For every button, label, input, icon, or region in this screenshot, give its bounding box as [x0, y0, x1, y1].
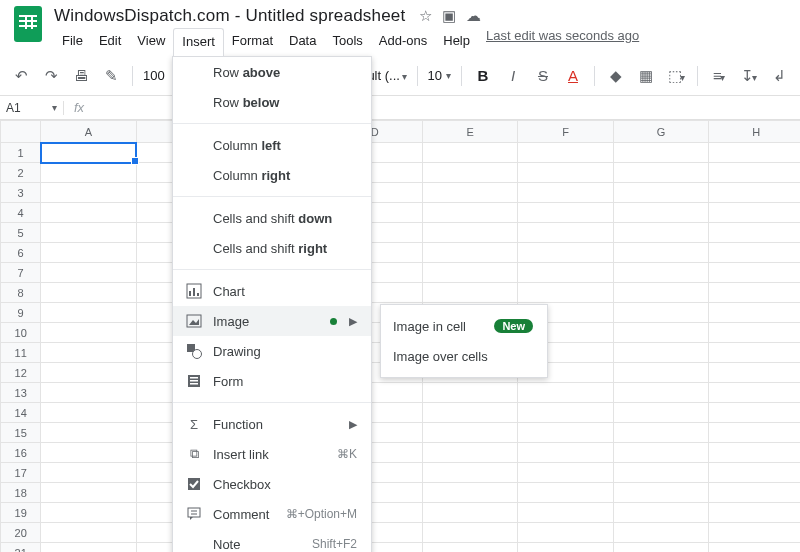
cell[interactable]	[613, 403, 708, 423]
cell[interactable]	[709, 263, 800, 283]
cell[interactable]	[41, 383, 136, 403]
cell[interactable]	[518, 523, 613, 543]
cell[interactable]	[709, 223, 800, 243]
menu-item-note[interactable]: NoteShift+F2	[173, 529, 371, 552]
cell[interactable]	[518, 143, 613, 163]
cell[interactable]	[41, 183, 136, 203]
row-header[interactable]: 3	[1, 183, 41, 203]
cell[interactable]	[709, 323, 800, 343]
cell[interactable]	[709, 203, 800, 223]
cell[interactable]	[41, 243, 136, 263]
cell[interactable]	[41, 143, 136, 163]
cell[interactable]	[709, 463, 800, 483]
bold-icon[interactable]: B	[472, 67, 494, 84]
menu-item-comment[interactable]: Comment⌘+Option+M	[173, 499, 371, 529]
text-color-icon[interactable]: A	[562, 67, 584, 84]
row-header[interactable]: 16	[1, 443, 41, 463]
row-header[interactable]: 4	[1, 203, 41, 223]
menu-view[interactable]: View	[129, 28, 173, 56]
merge-icon[interactable]: ⬚▾	[665, 67, 687, 85]
document-title[interactable]: WindowsDispatch.com - Untitled spreadshe…	[54, 6, 405, 26]
zoom-select[interactable]: 100	[143, 68, 165, 83]
cell[interactable]	[518, 203, 613, 223]
cell[interactable]	[709, 163, 800, 183]
cell[interactable]	[709, 343, 800, 363]
v-align-icon[interactable]: ↧▾	[738, 67, 760, 85]
cell[interactable]	[41, 263, 136, 283]
cell[interactable]	[613, 503, 708, 523]
cell[interactable]	[613, 543, 708, 553]
cell[interactable]	[613, 183, 708, 203]
cell[interactable]	[41, 303, 136, 323]
cell[interactable]	[613, 223, 708, 243]
cell[interactable]	[422, 423, 517, 443]
menu-format[interactable]: Format	[224, 28, 281, 56]
column-header[interactable]: F	[518, 121, 613, 143]
italic-icon[interactable]: I	[502, 67, 524, 84]
submenu-image-over-cells[interactable]: Image over cells	[381, 341, 547, 371]
menu-item-function[interactable]: ΣFunction▶	[173, 409, 371, 439]
menu-item-row-below[interactable]: Row below	[173, 87, 371, 117]
cell[interactable]	[422, 203, 517, 223]
cell[interactable]	[422, 523, 517, 543]
cell[interactable]	[613, 203, 708, 223]
cell[interactable]	[41, 403, 136, 423]
undo-icon[interactable]: ↶	[10, 67, 32, 85]
row-header[interactable]: 12	[1, 363, 41, 383]
row-header[interactable]: 15	[1, 423, 41, 443]
row-header[interactable]: 8	[1, 283, 41, 303]
menu-tools[interactable]: Tools	[324, 28, 370, 56]
borders-icon[interactable]: ▦	[635, 67, 657, 85]
cell[interactable]	[422, 283, 517, 303]
cell[interactable]	[422, 383, 517, 403]
cell[interactable]	[709, 503, 800, 523]
cell[interactable]	[709, 143, 800, 163]
cell[interactable]	[518, 403, 613, 423]
row-header[interactable]: 2	[1, 163, 41, 183]
menu-data[interactable]: Data	[281, 28, 324, 56]
cell[interactable]	[422, 403, 517, 423]
cell[interactable]	[518, 263, 613, 283]
row-header[interactable]: 20	[1, 523, 41, 543]
column-header[interactable]: H	[709, 121, 800, 143]
row-header[interactable]: 7	[1, 263, 41, 283]
row-header[interactable]: 11	[1, 343, 41, 363]
cell[interactable]	[518, 543, 613, 553]
cell[interactable]	[422, 443, 517, 463]
menu-item-checkbox[interactable]: Checkbox	[173, 469, 371, 499]
cell[interactable]	[518, 383, 613, 403]
cell[interactable]	[709, 383, 800, 403]
cell[interactable]	[518, 163, 613, 183]
menu-item-form[interactable]: Form	[173, 366, 371, 396]
cell[interactable]	[709, 443, 800, 463]
menu-file[interactable]: File	[54, 28, 91, 56]
wrap-icon[interactable]: ↲	[768, 67, 790, 85]
cell[interactable]	[709, 183, 800, 203]
submenu-image-in-cell[interactable]: Image in cell New	[381, 311, 547, 341]
row-header[interactable]: 9	[1, 303, 41, 323]
cell[interactable]	[518, 283, 613, 303]
row-header[interactable]: 18	[1, 483, 41, 503]
menu-item-row-above[interactable]: Row above	[173, 57, 371, 87]
cell[interactable]	[613, 423, 708, 443]
column-header[interactable]: E	[422, 121, 517, 143]
menu-item-insert-link[interactable]: ⧉Insert link⌘K	[173, 439, 371, 469]
cell[interactable]	[422, 263, 517, 283]
column-header[interactable]: G	[613, 121, 708, 143]
menu-item-image[interactable]: Image▶	[173, 306, 371, 336]
cell[interactable]	[613, 383, 708, 403]
cell[interactable]	[709, 283, 800, 303]
cell[interactable]	[709, 423, 800, 443]
row-header[interactable]: 10	[1, 323, 41, 343]
move-icon[interactable]: ▣	[442, 7, 456, 25]
cell[interactable]	[613, 463, 708, 483]
row-header[interactable]: 13	[1, 383, 41, 403]
cell[interactable]	[41, 283, 136, 303]
cell[interactable]	[41, 503, 136, 523]
h-align-icon[interactable]: ≡▾	[708, 67, 730, 84]
row-header[interactable]: 14	[1, 403, 41, 423]
cell[interactable]	[613, 363, 708, 383]
strike-icon[interactable]: S	[532, 67, 554, 84]
row-header[interactable]: 19	[1, 503, 41, 523]
cell[interactable]	[518, 503, 613, 523]
